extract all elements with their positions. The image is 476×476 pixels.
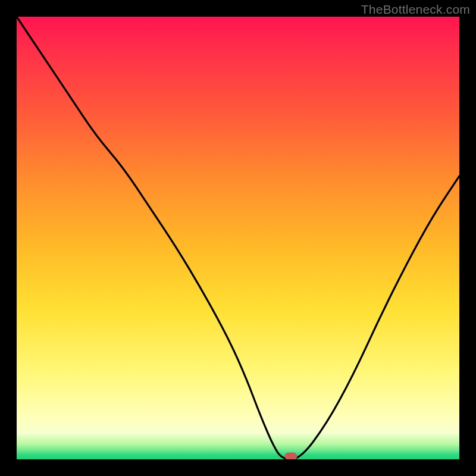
plot-area (17, 17, 459, 459)
watermark-text: TheBottleneck.com (361, 2, 470, 17)
bottleneck-curve (17, 17, 459, 459)
optimal-point-marker (285, 453, 298, 460)
curve-path (17, 17, 459, 459)
chart-frame: TheBottleneck.com (0, 0, 476, 476)
